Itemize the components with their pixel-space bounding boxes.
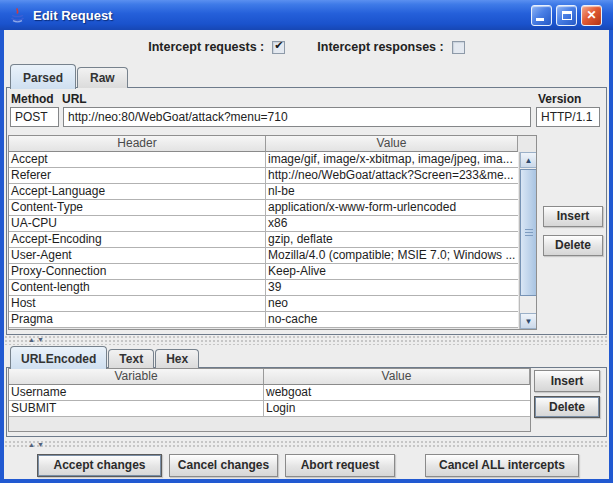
column-header[interactable]: Value	[264, 369, 530, 385]
table-cell: Referer	[9, 168, 266, 183]
table-row[interactable]: Content-length39	[9, 280, 518, 296]
table-row[interactable]: UA-CPUx86	[9, 216, 518, 232]
header-insert-button[interactable]: Insert	[543, 206, 603, 227]
table-cell: Accept-Encoding	[9, 232, 266, 247]
table-cell: application/x-www-form-urlencoded	[266, 200, 518, 215]
table-cell: Accept	[9, 152, 266, 167]
accept-changes-button[interactable]: Accept changes	[37, 454, 162, 477]
table-cell: 39	[266, 280, 518, 295]
table-row[interactable]: Accept-Languagenl-be	[9, 184, 518, 200]
tab-raw[interactable]: Raw	[77, 67, 128, 88]
scrollbar-thumb[interactable]	[520, 169, 537, 296]
tab-text[interactable]: Text	[108, 349, 154, 368]
intercept-responses-checkbox[interactable]	[452, 41, 465, 54]
maximize-button[interactable]	[556, 5, 577, 26]
request-view-tabs: Parsed Raw	[6, 62, 129, 88]
close-button[interactable]: ✕	[581, 5, 602, 26]
headers-scrollpane: Header Value Acceptimage/gif, image/x-xb…	[8, 135, 537, 330]
edit-request-window: Edit Request ✕ Intercept requests : Inte…	[0, 0, 613, 483]
intercept-responses-label: Intercept responses :	[317, 40, 443, 54]
table-cell: gzip, deflate	[266, 232, 518, 247]
title-bar[interactable]: Edit Request ✕	[0, 0, 613, 30]
params-table-body: UsernamewebgoatSUBMITLogin	[9, 385, 530, 417]
table-cell: Pragma	[9, 312, 266, 327]
abort-request-button[interactable]: Abort request	[285, 454, 395, 477]
method-field[interactable]	[10, 107, 59, 127]
table-cell: Content-Type	[9, 200, 266, 215]
scroll-up-icon[interactable]: ▲	[520, 152, 537, 168]
minimize-button[interactable]	[531, 5, 552, 26]
table-row[interactable]: Usernamewebgoat	[9, 385, 530, 401]
maximize-icon	[562, 11, 572, 20]
table-cell: nl-be	[266, 184, 518, 199]
column-header[interactable]: Value	[266, 136, 518, 152]
method-label: Method	[11, 92, 54, 106]
param-insert-button[interactable]: Insert	[534, 370, 600, 392]
intercept-requests-label: Intercept requests :	[148, 40, 264, 54]
split-divider-bottom[interactable]: ▲▼	[4, 440, 609, 448]
table-row[interactable]: Acceptimage/gif, image/x-xbitmap, image/…	[9, 152, 518, 168]
table-row[interactable]: User-AgentMozilla/4.0 (compatible; MSIE …	[9, 248, 518, 264]
url-label: URL	[62, 92, 87, 106]
version-field[interactable]	[536, 107, 600, 127]
table-cell: SUBMIT	[9, 401, 264, 416]
tab-hex[interactable]: Hex	[155, 349, 199, 368]
table-row[interactable]: Proxy-ConnectionKeep-Alive	[9, 264, 518, 280]
table-cell: Accept-Language	[9, 184, 266, 199]
params-scrollpane: Variable Value UsernamewebgoatSUBMITLogi…	[8, 368, 531, 432]
divider-collapse-icons[interactable]: ▲▼	[28, 335, 46, 344]
minimize-icon	[536, 18, 544, 21]
headers-table-body: Acceptimage/gif, image/x-xbitmap, image/…	[9, 152, 518, 328]
intercept-requests-checkbox[interactable]	[272, 41, 285, 54]
table-row[interactable]: SUBMITLogin	[9, 401, 530, 417]
table-cell: Login	[264, 401, 530, 416]
table-cell: Content-length	[9, 280, 266, 295]
content-view-tabs: URLEncoded Text Hex	[6, 345, 200, 368]
header-delete-button[interactable]: Delete	[543, 235, 603, 256]
table-cell: UA-CPU	[9, 216, 266, 231]
split-divider-top[interactable]: ▲▼	[4, 335, 609, 345]
action-button-row: Accept changes Cancel changes Abort requ…	[4, 448, 609, 479]
headers-scrollbar[interactable]: ▲ ▼	[519, 152, 536, 329]
table-row[interactable]: Content-Typeapplication/x-www-form-urlen…	[9, 200, 518, 216]
table-cell: User-Agent	[9, 248, 266, 263]
column-header[interactable]: Header	[9, 136, 266, 152]
urlencoded-content-panel: Variable Value UsernamewebgoatSUBMITLogi…	[6, 367, 607, 437]
url-field[interactable]	[63, 107, 531, 127]
headers-table-header: Header Value	[9, 136, 518, 152]
headers-table: Header Value Acceptimage/gif, image/x-xb…	[9, 136, 518, 328]
column-header[interactable]: Variable	[9, 369, 264, 385]
window-title: Edit Request	[33, 8, 112, 23]
table-row[interactable]: Hostneo	[9, 296, 518, 312]
params-table: Variable Value UsernamewebgoatSUBMITLogi…	[9, 369, 530, 417]
version-label: Version	[538, 92, 581, 106]
table-cell: x86	[266, 216, 518, 231]
table-cell: Proxy-Connection	[9, 264, 266, 279]
table-cell: webgoat	[264, 385, 530, 400]
intercept-options: Intercept requests : Intercept responses…	[4, 37, 609, 57]
table-row[interactable]: Refererhttp://neo/WebGoat/attack?Screen=…	[9, 168, 518, 184]
tab-parsed[interactable]: Parsed	[10, 64, 76, 89]
table-row[interactable]: Accept-Encodinggzip, deflate	[9, 232, 518, 248]
java-coffee-cup-icon	[9, 7, 26, 24]
params-table-header: Variable Value	[9, 369, 530, 385]
table-cell: no-cache	[266, 312, 518, 327]
table-cell: http://neo/WebGoat/attack?Screen=233&me.…	[266, 168, 518, 183]
param-delete-button[interactable]: Delete	[534, 396, 600, 418]
table-cell: Keep-Alive	[266, 264, 518, 279]
cancel-changes-button[interactable]: Cancel changes	[169, 454, 278, 477]
tab-urlencoded[interactable]: URLEncoded	[10, 346, 107, 369]
table-cell: Mozilla/4.0 (compatible; MSIE 7.0; Windo…	[266, 248, 518, 263]
dialog-content: Intercept requests : Intercept responses…	[4, 30, 609, 479]
table-cell: Username	[9, 385, 264, 400]
table-cell: image/gif, image/x-xbitmap, image/jpeg, …	[266, 152, 518, 167]
table-cell: Host	[9, 296, 266, 311]
scroll-down-icon[interactable]: ▼	[520, 313, 537, 329]
table-cell: neo	[266, 296, 518, 311]
cancel-all-intercepts-button[interactable]: Cancel ALL intercepts	[425, 454, 579, 477]
table-row[interactable]: Pragmano-cache	[9, 312, 518, 328]
close-icon: ✕	[582, 6, 601, 25]
parsed-request-panel: Method URL Version Header Value Acceptim…	[6, 87, 607, 335]
